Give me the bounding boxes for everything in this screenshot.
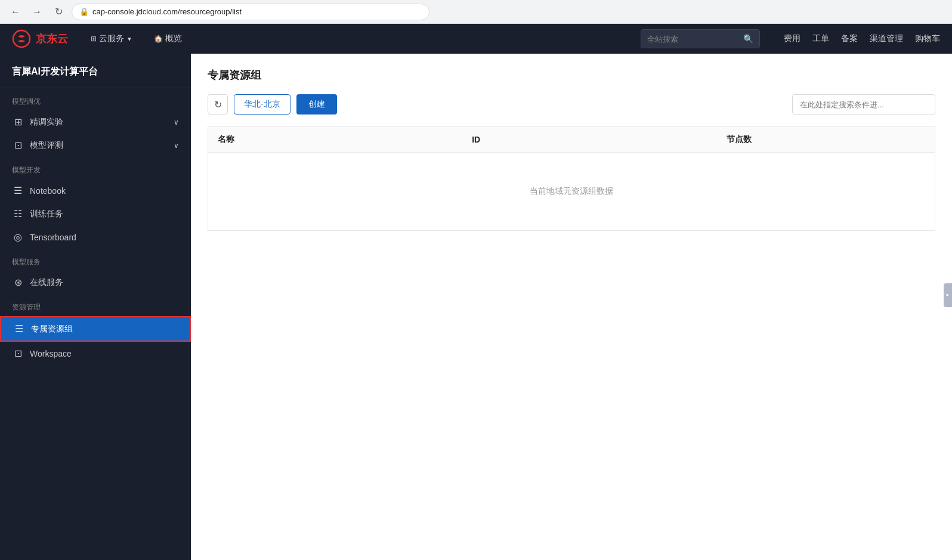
nav-渠道管理[interactable]: 渠道管理 — [870, 33, 903, 44]
url-text: cap-console.jdcloud.com/resourcegroup/li… — [92, 7, 242, 16]
main-content: 专属资源组 ↻ 华北-北京 创建 名称 ID 节点数 — [191, 54, 952, 560]
empty-tip: 当前地域无资源组数据 — [218, 162, 925, 221]
sidebar-icon-workspace: ⊡ — [12, 348, 24, 359]
create-button[interactable]: 创建 — [296, 94, 337, 115]
sidebar-icon-模型评测: ⊡ — [12, 140, 24, 151]
sidebar-item-模型评测[interactable]: ⊡ 模型评测 ∨ — [0, 134, 191, 157]
sidebar-label-tensorboard: Tensorboard — [30, 233, 76, 242]
cloud-services-label: 云服务 — [99, 33, 124, 44]
app-layout: 言犀AI开发计算平台 模型调优 ⊞ 精调实验 ∨ ⊡ 模型评测 ∨ 模型开发 ☰… — [0, 54, 952, 560]
page-title: 专属资源组 — [208, 68, 935, 82]
sidebar-item-workspace[interactable]: ⊡ Workspace — [0, 342, 191, 365]
col-header-nodes: 节点数 — [717, 127, 863, 153]
sidebar-icon-notebook: ☰ — [12, 185, 24, 196]
sidebar-item-精调实验[interactable]: ⊞ 精调实验 ∨ — [0, 110, 191, 134]
top-nav-links: 费用 工单 备案 渠道管理 购物车 — [784, 33, 940, 44]
sidebar-icon-精调实验: ⊞ — [12, 116, 24, 128]
sidebar-icon-专属资源组: ☰ — [13, 323, 25, 335]
sidebar-label-在线服务: 在线服务 — [30, 277, 63, 288]
platform-title: 言犀AI开发计算平台 — [0, 54, 191, 88]
sidebar-item-notebook[interactable]: ☰ Notebook — [0, 179, 191, 202]
cloud-services-menu[interactable]: ⊞ 云服务 ▼ — [86, 24, 137, 54]
nav-工单[interactable]: 工单 — [812, 33, 829, 44]
sidebar-item-专属资源组[interactable]: ☰ 专属资源组 — [0, 316, 191, 342]
section-label-resources: 资源管理 — [0, 294, 191, 316]
refresh-button[interactable]: ↻ — [208, 94, 228, 115]
section-label-modeldev: 模型开发 — [0, 157, 191, 179]
nav-費用[interactable]: 费用 — [784, 33, 800, 44]
search-input[interactable] — [647, 35, 740, 44]
logo-label: 京东云 — [36, 32, 68, 46]
global-search[interactable]: 🔍 — [641, 29, 760, 48]
scroll-hint[interactable]: ► — [944, 283, 952, 307]
resource-group-table: 名称 ID 节点数 当前地域无资源组数据 — [208, 126, 935, 231]
col-header-id: ID — [462, 127, 717, 153]
svg-point-0 — [13, 30, 30, 47]
logo[interactable]: 京东云 — [12, 29, 68, 48]
sidebar-label-精调实验: 精调实验 — [30, 117, 63, 128]
toolbar: ↻ 华北-北京 创建 — [208, 94, 935, 115]
security-icon: 🔒 — [79, 7, 89, 16]
back-button[interactable]: ← — [7, 4, 24, 20]
logo-icon — [12, 29, 31, 48]
sidebar-label-模型评测: 模型评测 — [30, 140, 63, 151]
sidebar-icon-在线服务: ⊛ — [12, 277, 24, 288]
col-header-name: 名称 — [208, 127, 463, 153]
nav-购物车[interactable]: 购物车 — [915, 33, 940, 44]
nav-备案[interactable]: 备案 — [841, 33, 858, 44]
col-header-actions — [863, 127, 935, 153]
section-label-modelservice: 模型服务 — [0, 249, 191, 271]
sidebar-label-专属资源组: 专属资源组 — [31, 324, 73, 335]
browser-chrome: ← → ↻ 🔒 cap-console.jdcloud.com/resource… — [0, 0, 952, 24]
sidebar: 言犀AI开发计算平台 模型调优 ⊞ 精调实验 ∨ ⊡ 模型评测 ∨ 模型开发 ☰… — [0, 54, 191, 560]
overview-label: 概览 — [165, 33, 182, 44]
region-button[interactable]: 华北-北京 — [234, 94, 290, 115]
sidebar-icon-训练任务: ☷ — [12, 208, 24, 219]
overview-menu[interactable]: 🏠 概览 — [149, 24, 187, 54]
chevron-down-icon: ∨ — [174, 118, 179, 126]
search-filter-input[interactable] — [792, 94, 935, 115]
sidebar-icon-tensorboard: ◎ — [12, 231, 24, 243]
address-bar[interactable]: 🔒 cap-console.jdcloud.com/resourcegroup/… — [72, 4, 429, 20]
sidebar-item-tensorboard[interactable]: ◎ Tensorboard — [0, 225, 191, 249]
sidebar-item-在线服务[interactable]: ⊛ 在线服务 — [0, 271, 191, 294]
chevron-down-icon-2: ∨ — [174, 141, 179, 150]
top-navigation: 京东云 ⊞ 云服务 ▼ 🏠 概览 🔍 费用 工单 备案 渠道管理 购物车 — [0, 24, 952, 54]
sidebar-label-训练任务: 训练任务 — [30, 209, 63, 219]
table-empty-row: 当前地域无资源组数据 — [208, 153, 935, 231]
section-label-modeltune: 模型调优 — [0, 88, 191, 110]
page-card: 专属资源组 ↻ 华北-北京 创建 名称 ID 节点数 — [191, 54, 952, 560]
sidebar-label-workspace: Workspace — [30, 349, 72, 358]
forward-button[interactable]: → — [29, 4, 45, 20]
search-icon: 🔍 — [743, 34, 753, 44]
sidebar-item-训练任务[interactable]: ☷ 训练任务 — [0, 202, 191, 225]
table-header-row: 名称 ID 节点数 — [208, 127, 935, 153]
scroll-arrow-icon: ► — [945, 292, 950, 298]
sidebar-label-notebook: Notebook — [30, 186, 66, 196]
reload-button[interactable]: ↻ — [50, 4, 67, 20]
